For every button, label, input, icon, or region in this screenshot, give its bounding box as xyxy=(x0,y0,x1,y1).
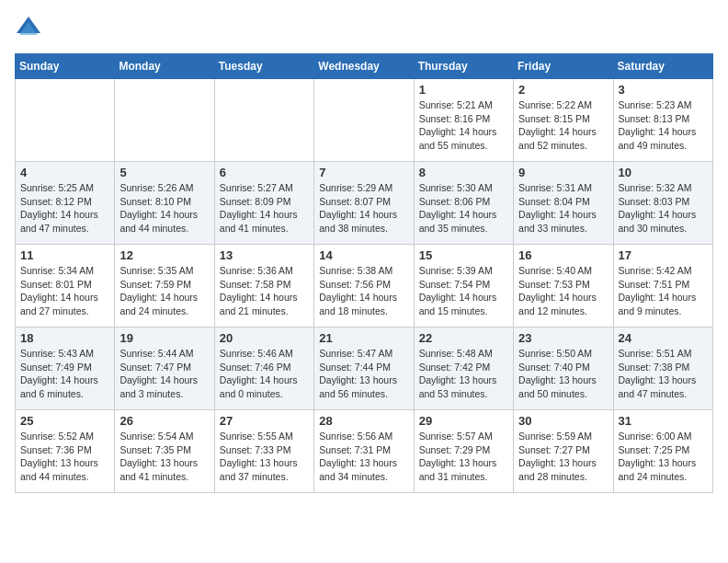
day-number: 13 xyxy=(220,248,309,262)
day-info: Sunrise: 5:22 AM Sunset: 8:15 PM Dayligh… xyxy=(518,98,608,153)
day-number: 11 xyxy=(20,248,109,262)
day-number: 12 xyxy=(119,248,209,262)
day-info: Sunrise: 5:38 AM Sunset: 7:56 PM Dayligh… xyxy=(319,264,408,318)
day-number: 16 xyxy=(518,248,608,262)
day-info: Sunrise: 5:35 AM Sunset: 7:59 PM Dayligh… xyxy=(119,264,209,318)
week-row-2: 4Sunrise: 5:25 AM Sunset: 8:12 PM Daylig… xyxy=(16,162,713,245)
calendar-cell xyxy=(115,79,214,162)
calendar-cell xyxy=(314,79,414,162)
day-number: 8 xyxy=(419,166,508,179)
day-info: Sunrise: 5:57 AM Sunset: 7:29 PM Dayligh… xyxy=(419,430,508,484)
header-day-wednesday: Wednesday xyxy=(314,54,414,79)
calendar-body: 1Sunrise: 5:21 AM Sunset: 8:16 PM Daylig… xyxy=(16,79,713,493)
calendar-cell: 14Sunrise: 5:38 AM Sunset: 7:56 PM Dayli… xyxy=(314,245,414,327)
week-row-3: 11Sunrise: 5:34 AM Sunset: 8:01 PM Dayli… xyxy=(16,245,713,327)
day-info: Sunrise: 6:00 AM Sunset: 7:25 PM Dayligh… xyxy=(619,430,708,484)
day-number: 29 xyxy=(419,414,508,428)
calendar-cell: 9Sunrise: 5:31 AM Sunset: 8:04 PM Daylig… xyxy=(514,162,613,245)
day-info: Sunrise: 5:27 AM Sunset: 8:09 PM Dayligh… xyxy=(220,181,309,236)
day-number: 25 xyxy=(20,414,109,428)
calendar-cell: 3Sunrise: 5:23 AM Sunset: 8:13 PM Daylig… xyxy=(613,79,712,162)
calendar-cell: 27Sunrise: 5:55 AM Sunset: 7:33 PM Dayli… xyxy=(214,410,313,493)
day-info: Sunrise: 5:32 AM Sunset: 8:03 PM Dayligh… xyxy=(619,181,708,236)
day-info: Sunrise: 5:50 AM Sunset: 7:40 PM Dayligh… xyxy=(518,347,608,401)
calendar-cell: 16Sunrise: 5:40 AM Sunset: 7:53 PM Dayli… xyxy=(514,245,613,327)
calendar-cell: 19Sunrise: 5:44 AM Sunset: 7:47 PM Dayli… xyxy=(115,327,214,410)
day-number: 19 xyxy=(119,331,209,345)
day-number: 30 xyxy=(518,414,608,428)
day-number: 6 xyxy=(220,166,309,179)
day-info: Sunrise: 5:34 AM Sunset: 8:01 PM Dayligh… xyxy=(20,264,109,318)
logo xyxy=(15,15,46,42)
header-row: SundayMondayTuesdayWednesdayThursdayFrid… xyxy=(16,54,713,79)
calendar-table: SundayMondayTuesdayWednesdayThursdayFrid… xyxy=(15,53,713,493)
calendar-header: SundayMondayTuesdayWednesdayThursdayFrid… xyxy=(16,54,713,79)
day-number: 9 xyxy=(518,166,608,179)
calendar-cell: 10Sunrise: 5:32 AM Sunset: 8:03 PM Dayli… xyxy=(613,162,712,245)
day-number: 14 xyxy=(319,248,408,262)
day-number: 28 xyxy=(319,414,408,428)
day-info: Sunrise: 5:48 AM Sunset: 7:42 PM Dayligh… xyxy=(419,347,508,401)
calendar-cell: 6Sunrise: 5:27 AM Sunset: 8:09 PM Daylig… xyxy=(214,162,313,245)
calendar-cell: 11Sunrise: 5:34 AM Sunset: 8:01 PM Dayli… xyxy=(16,245,115,327)
page-header xyxy=(15,15,713,42)
week-row-1: 1Sunrise: 5:21 AM Sunset: 8:16 PM Daylig… xyxy=(16,79,713,162)
day-info: Sunrise: 5:52 AM Sunset: 7:36 PM Dayligh… xyxy=(20,430,109,484)
week-row-4: 18Sunrise: 5:43 AM Sunset: 7:49 PM Dayli… xyxy=(16,327,713,410)
calendar-cell: 8Sunrise: 5:30 AM Sunset: 8:06 PM Daylig… xyxy=(414,162,513,245)
calendar-cell: 30Sunrise: 5:59 AM Sunset: 7:27 PM Dayli… xyxy=(514,410,613,493)
calendar-cell: 12Sunrise: 5:35 AM Sunset: 7:59 PM Dayli… xyxy=(115,245,214,327)
day-info: Sunrise: 5:47 AM Sunset: 7:44 PM Dayligh… xyxy=(319,347,408,401)
calendar-cell xyxy=(16,79,115,162)
day-info: Sunrise: 5:40 AM Sunset: 7:53 PM Dayligh… xyxy=(518,264,608,318)
day-info: Sunrise: 5:51 AM Sunset: 7:38 PM Dayligh… xyxy=(619,347,708,401)
day-info: Sunrise: 5:59 AM Sunset: 7:27 PM Dayligh… xyxy=(518,430,608,484)
calendar-cell: 7Sunrise: 5:29 AM Sunset: 8:07 PM Daylig… xyxy=(314,162,414,245)
day-info: Sunrise: 5:43 AM Sunset: 7:49 PM Dayligh… xyxy=(20,347,109,401)
day-info: Sunrise: 5:44 AM Sunset: 7:47 PM Dayligh… xyxy=(119,347,209,401)
day-info: Sunrise: 5:36 AM Sunset: 7:58 PM Dayligh… xyxy=(220,264,309,318)
day-number: 10 xyxy=(619,166,708,179)
calendar-cell: 4Sunrise: 5:25 AM Sunset: 8:12 PM Daylig… xyxy=(16,162,115,245)
calendar-cell: 29Sunrise: 5:57 AM Sunset: 7:29 PM Dayli… xyxy=(414,410,513,493)
header-day-tuesday: Tuesday xyxy=(214,54,313,79)
day-number: 15 xyxy=(419,248,508,262)
calendar-cell: 20Sunrise: 5:46 AM Sunset: 7:46 PM Dayli… xyxy=(214,327,313,410)
day-info: Sunrise: 5:46 AM Sunset: 7:46 PM Dayligh… xyxy=(220,347,309,401)
calendar-cell xyxy=(214,79,313,162)
calendar-cell: 25Sunrise: 5:52 AM Sunset: 7:36 PM Dayli… xyxy=(16,410,115,493)
calendar-cell: 22Sunrise: 5:48 AM Sunset: 7:42 PM Dayli… xyxy=(414,327,513,410)
day-number: 27 xyxy=(220,414,309,428)
day-number: 22 xyxy=(419,331,508,345)
day-number: 24 xyxy=(619,331,708,345)
day-number: 5 xyxy=(119,166,209,179)
header-day-sunday: Sunday xyxy=(16,54,115,79)
day-number: 7 xyxy=(319,166,408,179)
calendar-cell: 31Sunrise: 6:00 AM Sunset: 7:25 PM Dayli… xyxy=(613,410,712,493)
day-number: 23 xyxy=(518,331,608,345)
calendar-cell: 15Sunrise: 5:39 AM Sunset: 7:54 PM Dayli… xyxy=(414,245,513,327)
calendar-cell: 26Sunrise: 5:54 AM Sunset: 7:35 PM Dayli… xyxy=(115,410,214,493)
header-day-saturday: Saturday xyxy=(613,54,712,79)
day-info: Sunrise: 5:54 AM Sunset: 7:35 PM Dayligh… xyxy=(119,430,209,484)
calendar-cell: 28Sunrise: 5:56 AM Sunset: 7:31 PM Dayli… xyxy=(314,410,414,493)
header-day-friday: Friday xyxy=(514,54,613,79)
day-info: Sunrise: 5:26 AM Sunset: 8:10 PM Dayligh… xyxy=(119,181,209,236)
calendar-cell: 5Sunrise: 5:26 AM Sunset: 8:10 PM Daylig… xyxy=(115,162,214,245)
day-number: 4 xyxy=(20,166,109,179)
day-number: 20 xyxy=(220,331,309,345)
day-info: Sunrise: 5:55 AM Sunset: 7:33 PM Dayligh… xyxy=(220,430,309,484)
calendar-cell: 17Sunrise: 5:42 AM Sunset: 7:51 PM Dayli… xyxy=(613,245,712,327)
logo-icon xyxy=(15,15,42,42)
calendar-cell: 1Sunrise: 5:21 AM Sunset: 8:16 PM Daylig… xyxy=(414,79,513,162)
day-number: 2 xyxy=(518,83,608,97)
day-info: Sunrise: 5:23 AM Sunset: 8:13 PM Dayligh… xyxy=(619,98,708,153)
day-number: 21 xyxy=(319,331,408,345)
day-number: 3 xyxy=(619,83,708,97)
day-info: Sunrise: 5:39 AM Sunset: 7:54 PM Dayligh… xyxy=(419,264,508,318)
calendar-cell: 18Sunrise: 5:43 AM Sunset: 7:49 PM Dayli… xyxy=(16,327,115,410)
day-info: Sunrise: 5:31 AM Sunset: 8:04 PM Dayligh… xyxy=(518,181,608,236)
day-number: 31 xyxy=(619,414,708,428)
week-row-5: 25Sunrise: 5:52 AM Sunset: 7:36 PM Dayli… xyxy=(16,410,713,493)
header-day-monday: Monday xyxy=(115,54,214,79)
